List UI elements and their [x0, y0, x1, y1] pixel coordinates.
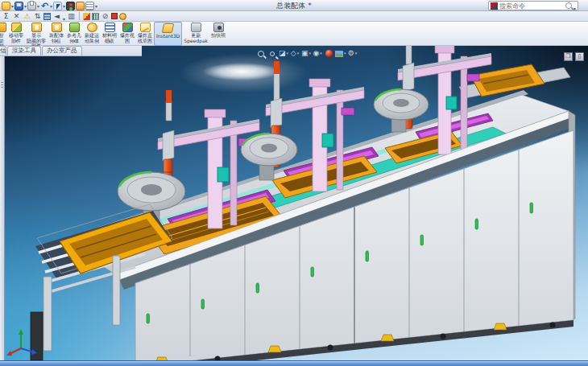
- model-canvas[interactable]: [0, 46, 588, 360]
- instant3d-icon: [162, 23, 175, 33]
- ribbon-button-exploded-view[interactable]: 爆炸视 图: [118, 22, 136, 46]
- rebuild-button[interactable]: [66, 1, 75, 11]
- smart-fasteners-icon: [0, 23, 6, 32]
- options-button[interactable]: [85, 1, 97, 11]
- show-hidden-components-icon: [31, 23, 42, 32]
- chevron-down-icon[interactable]: [15, 31, 18, 46]
- featuremanager-collapsed-strip[interactable]: [0, 56, 5, 360]
- zoom-to-fit-icon[interactable]: [256, 48, 266, 59]
- update-speedpak-icon: [191, 23, 201, 32]
- command-manager-tabs: 估 渲染工具 办公室产品: [0, 46, 142, 56]
- exploded-view-icon: [122, 23, 133, 32]
- solidworks-window: 总装配体 * ↶ Σ ✕ ⚠ ⇅ ◄ ▥ ⊘: [0, 0, 588, 366]
- chevron-down-icon[interactable]: [574, 0, 576, 14]
- restore-window-button[interactable]: ❐: [564, 52, 573, 61]
- view-orientation-icon[interactable]: ◇: [290, 48, 300, 59]
- quick-access-toolbar: ↶: [2, 0, 97, 11]
- reorder-icon[interactable]: ⇅: [33, 12, 42, 21]
- interference-detection-icon[interactable]: ⚠: [23, 12, 31, 21]
- ribbon-button-smart-fasteners[interactable]: 智能扣件: [0, 22, 7, 46]
- zoom-to-area-icon[interactable]: [267, 48, 277, 59]
- open-icon: [2, 2, 10, 10]
- tab-office-products[interactable]: 办公室产品: [42, 46, 82, 56]
- ribbon-button-instant3d[interactable]: Instant3D: [154, 22, 182, 46]
- share-icon[interactable]: ◄: [52, 12, 61, 21]
- undo-button[interactable]: ↶: [40, 1, 52, 11]
- tab-evaluate[interactable]: 估: [0, 46, 6, 56]
- chevron-down-icon[interactable]: [56, 31, 58, 46]
- close-window-button[interactable]: ▯: [575, 52, 584, 61]
- ribbon-button-explode-line-sketch[interactable]: 爆炸直 线草图: [136, 22, 154, 46]
- equations-icon[interactable]: Σ: [2, 12, 10, 21]
- ribbon-button-move-component[interactable]: 移动零 部件: [7, 22, 25, 46]
- new-motion-study-icon: [87, 23, 97, 32]
- save-button[interactable]: [14, 1, 27, 11]
- status-bar: [0, 360, 588, 366]
- suppress-icon[interactable]: ⊘: [101, 12, 110, 21]
- take-snapshot-icon: [213, 23, 224, 32]
- command-manager: 智能扣件 移动零 部件 显示 隐藏的零 部件 装配体 特征 参考几 何体 新建运…: [0, 22, 588, 46]
- graphics-viewport[interactable]: ◪ ◇ ▣ ◉ ⚙ ❐ ▯: [0, 46, 588, 360]
- tools-toolbar: Σ ✕ ⚠ ⇅ ◄ ▥ ⊘: [0, 11, 588, 22]
- capture-icon[interactable]: ▥: [67, 12, 76, 21]
- apply-scene-icon[interactable]: [335, 48, 346, 59]
- ribbon-button-assembly-features[interactable]: 装配体 特征: [48, 22, 65, 46]
- material-orange-icon[interactable]: [119, 13, 126, 20]
- ribbon-button-update-speedpak[interactable]: 更新 Speedpak: [182, 22, 209, 46]
- document-window-controls: ❐ ▯: [564, 52, 584, 61]
- ribbon-button-reference-geometry[interactable]: 参考几 何体: [65, 22, 83, 46]
- chevron-down-icon[interactable]: [109, 31, 111, 46]
- print-icon: [27, 2, 36, 10]
- panel-grip-icon: [1, 82, 3, 83]
- select-button[interactable]: [53, 1, 65, 11]
- reference-triad: [3, 327, 39, 360]
- command-search[interactable]: [488, 1, 578, 10]
- view-settings-icon[interactable]: ⚙: [348, 48, 358, 59]
- performance-flag-icon[interactable]: [83, 13, 90, 20]
- ribbon-button-bill-of-materials[interactable]: 材料明 细表: [101, 22, 118, 46]
- material-red-icon[interactable]: [111, 13, 118, 19]
- tab-render-tools[interactable]: 渲染工具: [7, 46, 41, 56]
- section-view-icon[interactable]: ◪: [279, 48, 288, 59]
- cursor-icon: [53, 2, 62, 10]
- assembly-model[interactable]: [31, 46, 575, 360]
- toolbar-separator: [79, 12, 80, 20]
- hide-show-items-icon[interactable]: ◉: [313, 48, 322, 59]
- ribbon-button-new-motion-study[interactable]: 新建运 动算例: [83, 22, 101, 46]
- search-icon[interactable]: [565, 2, 572, 9]
- explode-line-sketch-icon: [140, 23, 151, 32]
- save-icon: [14, 2, 23, 10]
- ribbon-button-take-snapshot[interactable]: 拍快照: [209, 22, 227, 46]
- solidworks-search-icon: [491, 2, 498, 10]
- heads-up-view-toolbar: ◪ ◇ ▣ ◉ ⚙: [256, 48, 358, 59]
- open-button[interactable]: [2, 1, 14, 11]
- statistics-chart-icon[interactable]: [92, 13, 99, 20]
- file-properties-icon: [76, 2, 85, 10]
- search-input[interactable]: [499, 2, 564, 10]
- measure-icon[interactable]: ✕: [12, 12, 21, 21]
- edit-appearance-icon[interactable]: [324, 48, 333, 59]
- undo-icon: ↶: [40, 2, 49, 10]
- appearance-grid-icon[interactable]: [43, 13, 51, 20]
- rebuild-icon: [66, 2, 75, 10]
- file-properties-button[interactable]: [76, 1, 85, 11]
- print-button[interactable]: [27, 1, 39, 11]
- display-style-icon[interactable]: ▣: [301, 48, 311, 59]
- chevron-down-icon[interactable]: [73, 31, 76, 46]
- title-bar: 总装配体 * ↶: [0, 0, 588, 11]
- ribbon-button-show-hidden-components[interactable]: 显示 隐藏的零 部件: [25, 22, 48, 46]
- options-icon: [85, 2, 94, 10]
